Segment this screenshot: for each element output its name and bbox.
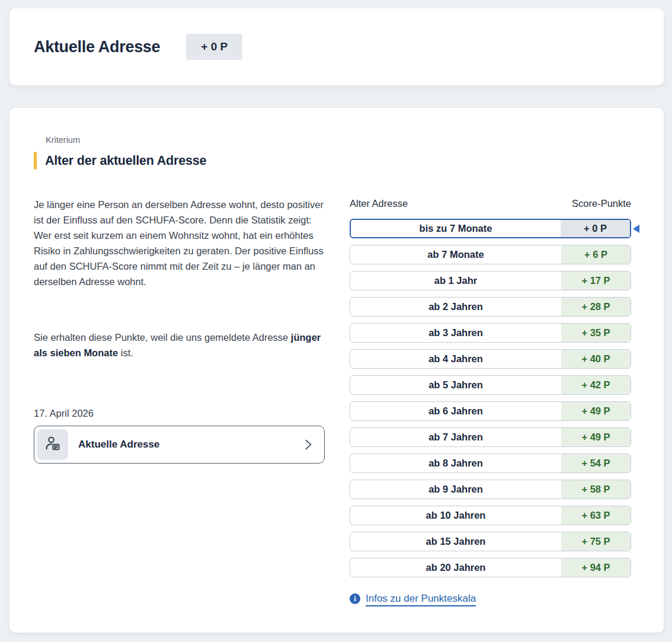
scale-header-right: Score-Punkte <box>572 198 631 209</box>
icon-tile <box>37 429 68 460</box>
scale-row-score: + 58 P <box>561 480 631 499</box>
scale-row-label: ab 7 Jahren <box>350 428 561 446</box>
points-scale-info-link[interactable]: i Infos zu der Punkteskala <box>350 593 476 605</box>
scale-row[interactable]: ab 2 Jahren + 28 P <box>350 297 631 317</box>
criterion-eyebrow: Kriterium <box>46 135 80 145</box>
accent-bar <box>34 152 37 170</box>
criterion-result-text: Sie erhalten diese Punkte, weil die uns … <box>34 330 325 360</box>
scale-row[interactable]: ab 10 Jahren + 63 P <box>350 506 631 525</box>
scale-row-score: + 54 P <box>561 454 631 472</box>
scale-row-label: ab 8 Jahren <box>350 454 561 472</box>
scale-row-score: + 35 P <box>561 324 631 342</box>
scale-row[interactable]: ab 20 Jahren + 94 P <box>350 558 631 577</box>
date-label: 17. April 2026 <box>34 408 94 419</box>
scale-row-score: + 75 P <box>561 532 631 551</box>
scale-row-score: + 28 P <box>561 298 631 316</box>
scale-row[interactable]: ab 15 Jahren + 75 P <box>350 532 631 551</box>
scale-row[interactable]: ab 7 Monate + 6 P <box>350 245 631 264</box>
total-points-badge: + 0 P <box>186 34 242 60</box>
scale-row-score: + 42 P <box>561 376 631 394</box>
criterion-title: Alter der aktuellen Adresse <box>45 154 206 168</box>
scale-row-score: + 0 P <box>561 220 630 237</box>
scale-row[interactable]: ab 7 Jahren + 49 P <box>350 427 631 447</box>
scale-row-label: ab 15 Jahren <box>350 532 561 551</box>
result-text-prefix: Sie erhalten diese Punkte, weil die uns … <box>34 332 291 343</box>
scale-row-label: ab 1 Jahr <box>350 272 561 290</box>
scale-row[interactable]: ab 9 Jahren + 58 P <box>350 480 631 499</box>
scale-row[interactable]: bis zu 7 Monate + 0 P <box>350 219 631 238</box>
scale-row-score: + 6 P <box>561 245 631 264</box>
scale-row-score: + 49 P <box>561 428 631 446</box>
scale-row-label: ab 20 Jahren <box>350 558 561 577</box>
address-card-button[interactable]: Aktuelle Adresse <box>34 426 325 464</box>
scale-row-score: + 40 P <box>561 350 631 368</box>
scale-row-label: ab 10 Jahren <box>350 506 561 525</box>
scale-row-label: ab 2 Jahren <box>350 298 561 316</box>
result-text-suffix: ist. <box>118 347 133 358</box>
scale-row-label: ab 9 Jahren <box>350 480 561 499</box>
scale-row-label: bis zu 7 Monate <box>351 220 561 237</box>
scale-row-score: + 63 P <box>561 506 631 525</box>
info-link-label: Infos zu der Punkteskala <box>366 593 476 605</box>
scale-row-label: ab 5 Jahren <box>350 376 561 394</box>
scale-row-label: ab 4 Jahren <box>350 350 561 368</box>
person-document-icon <box>44 435 62 455</box>
scale-row[interactable]: ab 5 Jahren + 42 P <box>350 375 631 395</box>
criterion-heading: Alter der aktuellen Adresse <box>34 152 206 170</box>
page-title: Aktuelle Adresse <box>34 38 160 56</box>
scale-row[interactable]: ab 3 Jahren + 35 P <box>350 323 631 343</box>
info-icon: i <box>350 593 360 604</box>
scale-header: Alter Adresse Score-Punkte <box>350 198 631 209</box>
address-card-label: Aktuelle Adresse <box>78 439 159 451</box>
score-table-body: bis zu 7 Monate + 0 P ab 7 Monate + 6 P … <box>350 219 631 584</box>
scale-row-label: ab 6 Jahren <box>350 402 561 420</box>
scale-row[interactable]: ab 6 Jahren + 49 P <box>350 401 631 421</box>
scale-row[interactable]: ab 8 Jahren + 54 P <box>350 453 631 473</box>
chevron-right-icon <box>302 438 315 451</box>
scale-row[interactable]: ab 1 Jahr + 17 P <box>350 271 631 290</box>
scale-row-score: + 17 P <box>561 272 631 290</box>
criterion-card: Kriterium Alter der aktuellen Adresse Je… <box>9 108 664 633</box>
criterion-description: Je länger eine Person an derselben Adres… <box>34 197 325 289</box>
header-card: Aktuelle Adresse + 0 P <box>9 8 664 85</box>
scale-row[interactable]: ab 4 Jahren + 40 P <box>350 349 631 369</box>
selected-row-marker <box>633 225 639 233</box>
scale-header-left: Alter Adresse <box>350 198 408 209</box>
scale-row-score: + 49 P <box>561 402 631 420</box>
scale-row-label: ab 7 Monate <box>350 245 561 264</box>
scale-row-label: ab 3 Jahren <box>350 324 561 342</box>
scale-row-score: + 94 P <box>561 558 631 577</box>
